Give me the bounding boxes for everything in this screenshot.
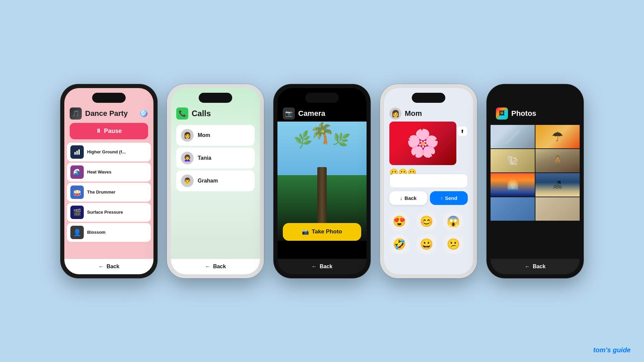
song-title-drummer: The Drummer: [87, 190, 116, 195]
emoji-grin[interactable]: 😀: [416, 234, 437, 254]
song-thumb-higher-ground: [70, 145, 84, 159]
mom-back-button[interactable]: ↓ Back: [389, 191, 427, 205]
svg-rect-0: [74, 152, 76, 155]
back-arrow-icon: ←: [312, 264, 317, 270]
share-button[interactable]: ⬆: [458, 127, 467, 136]
watermark: tom's guide: [593, 346, 631, 354]
svg-line-3: [506, 130, 519, 143]
screen-mom: 👩 Mom 🌸 ⬆ 😀😀😀 ↓ Back: [384, 88, 473, 274]
pause-label: Pause: [104, 128, 122, 135]
phone-dance-party: 🎵 Dance Party 🪩 ⏸ Pause Higher Ground (f…: [60, 84, 157, 278]
pause-icon: ⏸: [96, 128, 101, 134]
emoji-heart-eyes[interactable]: 😍: [389, 211, 409, 231]
phone-messages: 👩 Mom 🌸 ⬆ 😀😀😀 ↓ Back: [380, 84, 477, 278]
camera-back-label: Back: [320, 264, 332, 270]
song-thumb-heat-waves: 🌊: [70, 165, 84, 179]
photo-beach[interactable]: 🏖: [535, 173, 580, 197]
back-arrow-icon: ←: [525, 264, 530, 270]
contact-item-mom[interactable]: 👩 Mom: [176, 125, 255, 146]
photos-grid: ☂ 🐚 🧍 🌅 🏖: [491, 125, 580, 254]
dynamic-island-5: [518, 93, 552, 103]
music-app-icon: 🎵: [70, 107, 82, 120]
photo-stairs[interactable]: [491, 125, 535, 148]
photo-extra2[interactable]: [535, 197, 580, 221]
emoji-scream[interactable]: 😱: [443, 211, 463, 231]
phone-photos: 🖼 Photos ☂ 🐚 🧍 🌅: [487, 84, 584, 278]
svg-rect-1: [76, 151, 78, 155]
flower-icon: 🌸: [406, 128, 440, 159]
photo-umbrella[interactable]: ☂: [535, 125, 580, 148]
contact-avatar-mom: 👩: [181, 129, 194, 142]
song-list: Higher Ground (f... 🌊 Heat Waves 🥁 The D…: [64, 143, 153, 242]
contact-item-tania[interactable]: 👩‍🦱 Tania: [176, 148, 255, 168]
camera-app-icon: 📷: [283, 107, 295, 120]
contact-name-graham: Graham: [198, 178, 218, 184]
emoji-worried[interactable]: 😕: [443, 234, 463, 254]
contact-list: 👩 Mom 👩‍🦱 Tania 👨 Graham: [171, 125, 260, 191]
camera-title: Camera: [298, 109, 325, 118]
emoji-rofl[interactable]: 🤣: [389, 234, 409, 254]
song-item-heat-waves[interactable]: 🌊 Heat Waves: [67, 163, 151, 182]
song-title-blossom: Blossom: [87, 230, 106, 235]
screen-dance: 🎵 Dance Party 🪩 ⏸ Pause Higher Ground (f…: [64, 88, 153, 274]
photo-sunset[interactable]: 🌅: [491, 173, 535, 197]
svg-line-4: [508, 132, 519, 143]
mom-flower-image: 🌸: [389, 122, 456, 165]
mom-actions: ↓ Back ↑ Send: [389, 191, 468, 205]
photo-sand[interactable]: 🐚: [491, 149, 535, 172]
photos-title: Photos: [511, 109, 536, 118]
send-button[interactable]: ↑ Send: [430, 191, 468, 205]
contact-name-mom: Mom: [198, 132, 210, 138]
emoji-smile[interactable]: 😊: [416, 211, 437, 231]
dance-back-label: Back: [107, 264, 119, 270]
phones-container: 🎵 Dance Party 🪩 ⏸ Pause Higher Ground (f…: [60, 84, 584, 278]
song-thumb-blossom: 👤: [70, 226, 84, 239]
contact-avatar-graham: 👨: [181, 174, 194, 187]
send-label: Send: [445, 195, 457, 201]
message-input[interactable]: [389, 174, 468, 188]
dynamic-island-4: [412, 93, 445, 103]
dynamic-island-1: [92, 93, 126, 103]
song-item-surface[interactable]: 🎬 Surface Pressure: [67, 203, 151, 222]
dance-party-title: Dance Party: [85, 109, 136, 118]
contact-avatar-tania: 👩‍🦱: [181, 152, 194, 164]
song-item-blossom[interactable]: 👤 Blossom: [67, 223, 151, 242]
take-photo-button[interactable]: 📷 Take Photo: [283, 223, 361, 241]
song-title-surface: Surface Pressure: [87, 210, 123, 215]
mom-avatar: 👩: [389, 107, 401, 120]
back-arrow-icon: ←: [205, 264, 210, 270]
screen-photos: 🖼 Photos ☂ 🐚 🧍 🌅: [491, 88, 580, 274]
phone-camera: 📷 Camera 🌴 🌿 🌿: [273, 84, 371, 278]
photo-extra1[interactable]: [491, 197, 535, 221]
song-title-higher-ground: Higher Ground (f...: [87, 149, 126, 154]
calls-back-bar[interactable]: ← Back: [171, 259, 260, 274]
calls-back-label: Back: [213, 264, 226, 270]
camera-shutter-icon: 📷: [302, 228, 309, 235]
song-thumb-drummer: 🥁: [70, 186, 84, 199]
back-arrow-icon: ←: [99, 264, 104, 270]
screen-camera: 📷 Camera 🌴 🌿 🌿: [277, 88, 367, 274]
camera-back-bar[interactable]: ← Back: [277, 259, 367, 274]
send-arrow-icon: ↑: [440, 195, 443, 201]
contact-name-tania: Tania: [198, 155, 211, 161]
photo-shadow[interactable]: 🧍: [535, 149, 580, 172]
dance-back-bar[interactable]: ← Back: [64, 259, 153, 274]
calls-title: Calls: [192, 109, 211, 118]
photos-back-bar[interactable]: ← Back: [491, 259, 580, 274]
screen-calls: 📞 Calls 👩 Mom 👩‍🦱 Tania 👨 Graham ←: [171, 88, 260, 274]
dynamic-island-3: [305, 93, 339, 103]
song-item-higher-ground[interactable]: Higher Ground (f...: [67, 143, 151, 161]
contact-item-graham[interactable]: 👨 Graham: [176, 170, 255, 191]
mom-back-label: Back: [404, 195, 416, 201]
pause-button[interactable]: ⏸ Pause: [70, 123, 148, 139]
dynamic-island-2: [199, 93, 232, 103]
take-photo-label: Take Photo: [312, 228, 342, 235]
photos-back-label: Back: [533, 264, 545, 270]
song-title-heat-waves: Heat Waves: [87, 169, 112, 174]
photos-app-icon: 🖼: [496, 107, 508, 120]
svg-rect-2: [78, 149, 80, 155]
phone-calls: 📞 Calls 👩 Mom 👩‍🦱 Tania 👨 Graham ←: [167, 84, 264, 278]
song-item-drummer[interactable]: 🥁 The Drummer: [67, 183, 151, 202]
song-thumb-surface: 🎬: [70, 206, 84, 219]
share-icon: ⬆: [460, 129, 464, 134]
